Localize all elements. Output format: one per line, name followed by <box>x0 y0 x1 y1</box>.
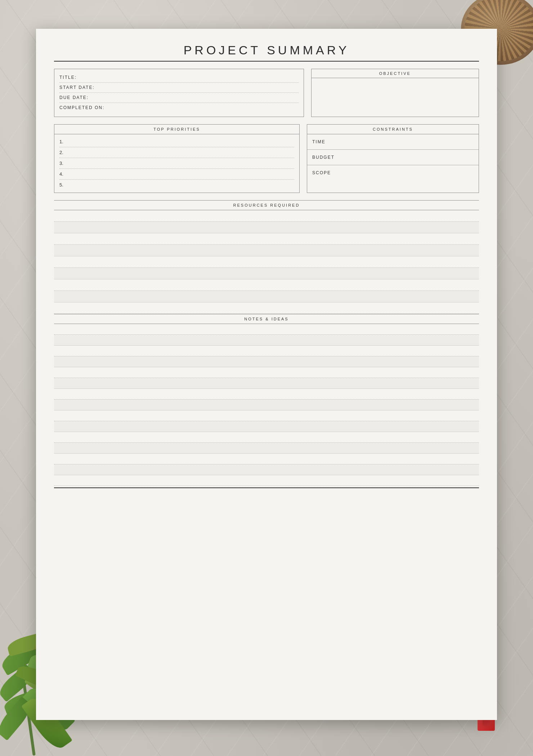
resources-section: RESOURCES REQUIRED <box>54 200 479 210</box>
resources-header: RESOURCES REQUIRED <box>54 201 479 210</box>
note-line-6 <box>54 378 479 389</box>
due-date-row: DUE DATE: <box>59 93 299 103</box>
priorities-list: 1. 2. 3. 4. 5. <box>54 134 299 193</box>
note-line-11 <box>54 432 479 443</box>
note-line-14 <box>54 464 479 475</box>
note-line-9 <box>54 410 479 421</box>
resource-line-2 <box>54 222 479 233</box>
priority-item-2: 2. <box>59 147 294 158</box>
resource-line-3 <box>54 233 479 245</box>
marker-tip-holder <box>478 720 495 731</box>
note-line-13 <box>54 454 479 464</box>
resource-line-4 <box>54 245 479 256</box>
objective-content <box>312 78 479 117</box>
start-date-row: START DATE: <box>59 83 299 93</box>
constraint-budget: BUDGET <box>307 150 479 165</box>
priority-item-1: 1. <box>59 136 294 147</box>
objective-header: OBJECTIVE <box>312 69 479 78</box>
note-line-8 <box>54 400 479 410</box>
top-section: TITLE: START DATE: DUE DATE: COMPLETED O… <box>54 69 479 117</box>
resource-line-7 <box>54 279 479 291</box>
document-title: PROJECT SUMMARY <box>54 43 479 62</box>
note-line-15 <box>54 475 479 486</box>
notes-lines <box>54 324 479 486</box>
bottom-border <box>54 487 479 488</box>
resource-line-9 <box>54 302 479 314</box>
note-line-1 <box>54 324 479 335</box>
note-line-4 <box>54 356 479 367</box>
note-line-3 <box>54 346 479 356</box>
constraints-header: CONSTRAINTS <box>307 125 479 134</box>
resource-line-1 <box>54 210 479 222</box>
priority-item-4: 4. <box>59 169 294 180</box>
priority-item-3: 3. <box>59 158 294 169</box>
middle-section: TOP PRIORITIES 1. 2. 3. 4. 5. CONSTRAINT… <box>54 124 479 193</box>
info-box: TITLE: START DATE: DUE DATE: COMPLETED O… <box>54 69 304 117</box>
notes-header-row: NOTES & IDEAS <box>54 314 479 324</box>
priorities-box: TOP PRIORITIES 1. 2. 3. 4. 5. <box>54 124 300 193</box>
resource-line-6 <box>54 268 479 279</box>
resource-line-8 <box>54 291 479 302</box>
resource-line-5 <box>54 256 479 268</box>
priorities-header: TOP PRIORITIES <box>54 125 299 134</box>
constraints-box: CONSTRAINTS TIME BUDGET SCOPE <box>307 124 479 193</box>
completed-row: COMPLETED ON: <box>59 103 299 113</box>
objective-box: OBJECTIVE <box>311 69 479 117</box>
priority-item-5: 5. <box>59 180 294 190</box>
constraint-time: TIME <box>307 134 479 150</box>
resources-lines <box>54 210 479 314</box>
note-line-7 <box>54 389 479 400</box>
document: PROJECT SUMMARY TITLE: START DATE: DUE D… <box>36 29 497 720</box>
note-line-5 <box>54 367 479 378</box>
notes-section: NOTES & IDEAS <box>54 314 479 488</box>
constraint-scope: SCOPE <box>307 165 479 180</box>
note-line-2 <box>54 335 479 346</box>
title-row: TITLE: <box>59 73 299 83</box>
notes-header: NOTES & IDEAS <box>54 314 479 324</box>
note-line-12 <box>54 443 479 454</box>
marker-tip <box>483 720 490 727</box>
note-line-10 <box>54 421 479 432</box>
